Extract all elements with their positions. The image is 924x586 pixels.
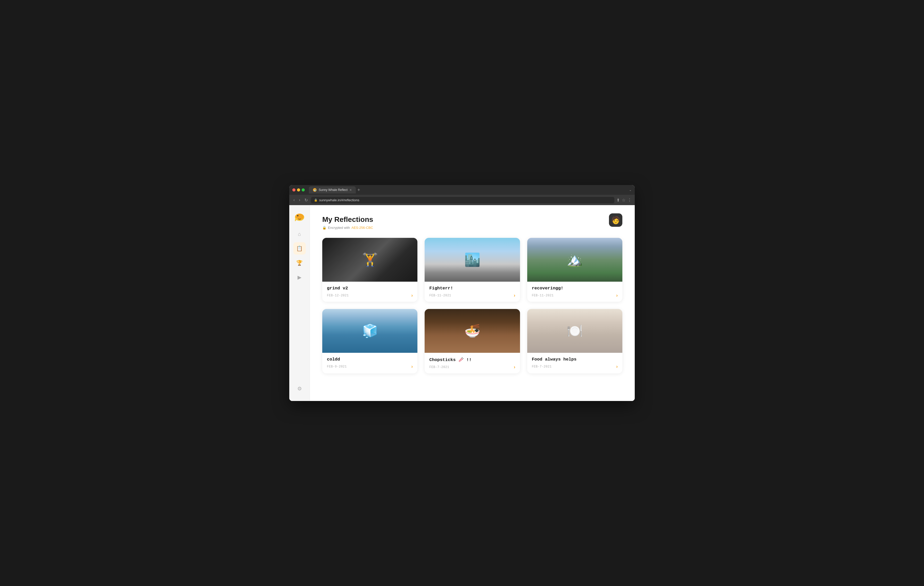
card-footer-4: FEB-9-2021 ›	[327, 364, 413, 369]
card-arrow-6[interactable]: ›	[616, 364, 618, 369]
card-5[interactable]: Chopsticks 🥢 !! FEB-7-2021 ›	[425, 309, 520, 374]
active-tab[interactable]: 🐋 Sunny Whale Reflect ×	[309, 186, 356, 194]
app-logo[interactable]	[293, 209, 306, 223]
settings-icon: ⚙	[297, 385, 302, 392]
card-image-3	[527, 238, 622, 281]
reload-button[interactable]: ↻	[304, 197, 309, 204]
card-footer-1: FEB-12-2021 ›	[327, 293, 413, 298]
card-2[interactable]: Fighterr! FEB-11-2021 ›	[425, 238, 520, 302]
page-title: My Reflections	[322, 216, 622, 224]
reflections-icon: 📋	[296, 245, 303, 252]
card-title-2: Fighterr!	[429, 286, 515, 291]
card-footer-6: FEB-7-2021 ›	[532, 364, 618, 369]
card-image-1	[322, 238, 417, 281]
title-bar: 🐋 Sunny Whale Reflect × + ⌄	[289, 185, 635, 195]
encryption-link[interactable]: AES-256-CBC	[351, 226, 373, 230]
page-header: My Reflections 🔒 Encrypted with AES-256-…	[322, 216, 622, 230]
card-body-6: Food always helps FEB-7-2021 ›	[527, 353, 622, 373]
card-3[interactable]: recoveringg! FEB-11-2021 ›	[527, 238, 622, 302]
card-footer-3: FEB-11-2021 ›	[532, 293, 618, 298]
card-body-5: Chopsticks 🥢 !! FEB-7-2021 ›	[425, 353, 520, 374]
sidebar-item-achievements[interactable]: 🏆	[294, 257, 306, 269]
bookmark-icon[interactable]: ☆	[622, 198, 625, 202]
encryption-lock-icon: 🔒	[322, 226, 327, 230]
svg-point-2	[297, 215, 298, 216]
card-arrow-4[interactable]: ›	[411, 364, 413, 369]
toolbar-icons: ⬆ ☆ ⋮	[616, 198, 632, 202]
app-layout: ⌂ 📋 🏆 ▶ ⚙ 🧑 My Reflectio	[289, 205, 635, 401]
lock-icon: 🔒	[314, 198, 318, 202]
card-footer-5: FEB-7-2021 ›	[429, 364, 515, 370]
card-image-5	[425, 309, 520, 353]
card-arrow-5[interactable]: ›	[514, 364, 515, 370]
card-date-1: FEB-12-2021	[327, 294, 349, 297]
card-title-6: Food always helps	[532, 357, 618, 362]
address-input[interactable]: 🔒 sunnywhale.in/#/reflections	[311, 197, 614, 203]
card-arrow-2[interactable]: ›	[514, 293, 515, 298]
play-icon: ▶	[297, 274, 301, 280]
card-image-2	[425, 238, 520, 281]
maximize-button[interactable]	[302, 188, 305, 191]
encryption-badge: 🔒 Encrypted with AES-256-CBC	[322, 226, 622, 230]
card-arrow-3[interactable]: ›	[616, 293, 618, 298]
cards-grid: grind v2 FEB-12-2021 › Fighterr! FEB-11-…	[322, 238, 622, 374]
tab-area: 🐋 Sunny Whale Reflect × +	[309, 186, 627, 194]
new-tab-button[interactable]: +	[357, 188, 360, 193]
tab-close-icon[interactable]: ×	[350, 188, 351, 192]
settings-button[interactable]: ⚙	[294, 382, 306, 395]
card-date-5: FEB-7-2021	[429, 365, 449, 369]
tab-chevron-icon[interactable]: ⌄	[629, 188, 632, 192]
card-4[interactable]: coldd FEB-9-2021 ›	[322, 309, 417, 374]
browser-window: 🐋 Sunny Whale Reflect × + ⌄ ‹ › ↻ 🔒 sunn…	[289, 185, 635, 401]
encryption-prefix: Encrypted with	[328, 226, 350, 230]
card-6[interactable]: Food always helps FEB-7-2021 ›	[527, 309, 622, 374]
card-footer-2: FEB-11-2021 ›	[429, 293, 515, 298]
card-1[interactable]: grind v2 FEB-12-2021 ›	[322, 238, 417, 302]
card-date-2: FEB-11-2021	[429, 294, 451, 297]
close-button[interactable]	[292, 188, 295, 191]
forward-button[interactable]: ›	[298, 197, 301, 203]
card-body-3: recoveringg! FEB-11-2021 ›	[527, 281, 622, 302]
share-icon[interactable]: ⬆	[616, 198, 620, 202]
user-avatar[interactable]: 🧑	[609, 213, 622, 227]
card-title-4: coldd	[327, 357, 413, 362]
card-title-1: grind v2	[327, 286, 413, 291]
card-body-2: Fighterr! FEB-11-2021 ›	[425, 281, 520, 302]
card-arrow-1[interactable]: ›	[411, 293, 413, 298]
tab-favicon: 🐋	[313, 188, 317, 192]
card-body-4: coldd FEB-9-2021 ›	[322, 353, 417, 373]
main-content: 🧑 My Reflections 🔒 Encrypted with AES-25…	[310, 205, 635, 401]
card-date-6: FEB-7-2021	[532, 365, 552, 369]
card-body-1: grind v2 FEB-12-2021 ›	[322, 281, 417, 302]
card-image-4	[322, 309, 417, 353]
menu-icon[interactable]: ⋮	[627, 198, 632, 202]
card-title-3: recoveringg!	[532, 286, 618, 291]
url-text: sunnywhale.in/#/reflections	[319, 198, 360, 202]
sidebar-item-reflections[interactable]: 📋	[294, 242, 306, 255]
home-icon: ⌂	[298, 231, 301, 237]
sidebar-item-home[interactable]: ⌂	[294, 228, 306, 240]
sidebar: ⌂ 📋 🏆 ▶ ⚙	[289, 205, 310, 401]
card-date-3: FEB-11-2021	[532, 294, 554, 297]
traffic-lights	[292, 188, 305, 191]
card-date-4: FEB-9-2021	[327, 365, 347, 369]
back-button[interactable]: ‹	[292, 197, 296, 203]
address-bar: ‹ › ↻ 🔒 sunnywhale.in/#/reflections ⬆ ☆ …	[289, 195, 635, 205]
tab-title: Sunny Whale Reflect	[318, 188, 348, 192]
minimize-button[interactable]	[297, 188, 300, 191]
trophy-icon: 🏆	[296, 260, 303, 266]
card-title-5: Chopsticks 🥢 !!	[429, 357, 515, 362]
sidebar-item-play[interactable]: ▶	[294, 271, 306, 283]
card-image-6	[527, 309, 622, 353]
